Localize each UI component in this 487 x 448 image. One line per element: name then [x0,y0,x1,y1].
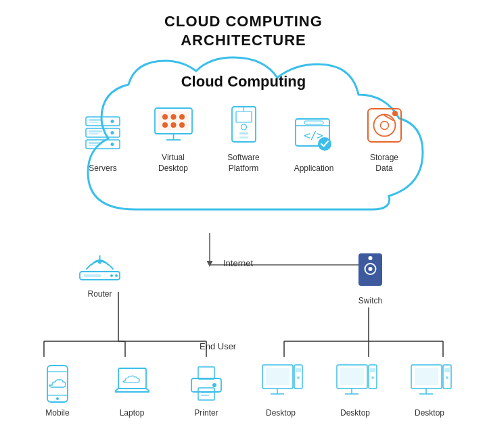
svg-rect-22 [89,130,102,132]
desktop3-label: Desktop [415,408,444,418]
svg-rect-56 [84,274,101,277]
laptop-device: Laptop [103,362,161,418]
svg-point-85 [371,376,374,379]
virtual-desktop-icon-item: VirtualDesktop [143,101,204,174]
svg-rect-39 [236,111,252,122]
servers-label: Servers [89,164,116,174]
desktop2-label: Desktop [340,408,370,418]
svg-rect-91 [444,368,450,372]
application-icon-item: </> Application [283,112,344,174]
svg-rect-26 [89,142,102,144]
svg-point-30 [162,114,168,120]
switch-box: Switch [352,250,389,305]
svg-point-51 [380,121,388,129]
svg-point-58 [115,274,118,277]
svg-rect-19 [89,122,99,123]
svg-rect-67 [118,368,146,389]
software-platform-label: SoftwarePlatform [227,153,259,174]
svg-rect-77 [296,368,301,372]
svg-point-35 [179,122,185,128]
cloud-icons: Servers [68,101,419,174]
servers-icon-item: Servers [72,112,133,174]
svg-point-92 [446,376,448,379]
storage-data-icon-item: StorageData [354,101,415,174]
desktop3-icon [408,362,452,405]
svg-point-17 [111,120,114,123]
mobile-label: Mobile [45,408,69,418]
laptop-label: Laptop [120,408,145,418]
svg-rect-20 [86,128,120,137]
svg-point-25 [111,143,114,146]
mobile-device: Mobile [29,362,87,418]
mobile-icon [36,362,80,405]
svg-point-32 [179,114,185,120]
svg-point-57 [110,274,113,277]
svg-rect-75 [266,368,289,385]
desktop1-device: Desktop [252,362,310,418]
svg-rect-24 [86,140,120,149]
svg-point-54 [98,261,101,264]
svg-rect-84 [370,368,375,372]
svg-rect-16 [86,117,120,126]
switch-label: Switch [352,296,389,305]
laptop-icon [110,362,154,405]
svg-rect-69 [191,378,221,392]
svg-point-62 [369,256,373,260]
svg-rect-70 [198,388,214,400]
cloud-label: Cloud Computing [47,73,440,91]
svg-point-48 [318,137,331,151]
virtual-desktop-icon [149,101,197,149]
svg-point-40 [241,124,246,130]
router-label: Router [74,289,125,299]
svg-rect-82 [340,368,364,385]
desktop1-label: Desktop [266,408,296,418]
printer-label: Printer [194,408,218,418]
svg-point-33 [162,122,168,128]
svg-point-50 [373,114,395,136]
svg-rect-23 [89,133,99,134]
svg-point-73 [212,383,216,387]
svg-point-78 [297,376,300,379]
svg-rect-63 [47,366,68,402]
cloud-section: Cloud Computing [47,54,440,237]
application-icon: </> [290,112,338,159]
svg-rect-89 [415,368,438,385]
svg-rect-27 [89,145,99,146]
svg-rect-42 [239,136,248,139]
desktop1-icon [259,362,303,405]
svg-point-21 [111,131,114,134]
software-platform-icon [220,101,267,149]
svg-rect-18 [89,119,102,121]
storage-data-icon [361,101,408,149]
desktop2-icon [333,362,377,405]
end-devices-row: Mobile Laptop [0,362,487,418]
virtual-desktop-label: VirtualDesktop [158,153,188,174]
servers-icon [79,112,126,159]
printer-device: Printer [178,362,235,418]
end-user-label: End User [200,341,236,351]
svg-rect-41 [239,132,248,134]
router-box: Router [74,250,125,299]
desktop2-device: Desktop [327,362,384,418]
application-label: Application [294,164,334,174]
svg-point-31 [170,114,176,120]
svg-point-61 [369,267,373,271]
software-platform-icon-item: SoftwarePlatform [213,101,274,174]
svg-point-34 [170,122,176,128]
svg-point-53 [392,111,398,116]
svg-rect-68 [198,367,214,379]
internet-label: Internet [223,258,253,268]
page-title: CLOUD COMPUTING ARCHITECTURE [0,0,487,49]
storage-data-label: StorageData [370,153,398,174]
svg-rect-46 [304,121,323,124]
printer-icon [185,362,229,405]
svg-point-66 [56,397,59,400]
desktop3-device: Desktop [401,362,459,418]
